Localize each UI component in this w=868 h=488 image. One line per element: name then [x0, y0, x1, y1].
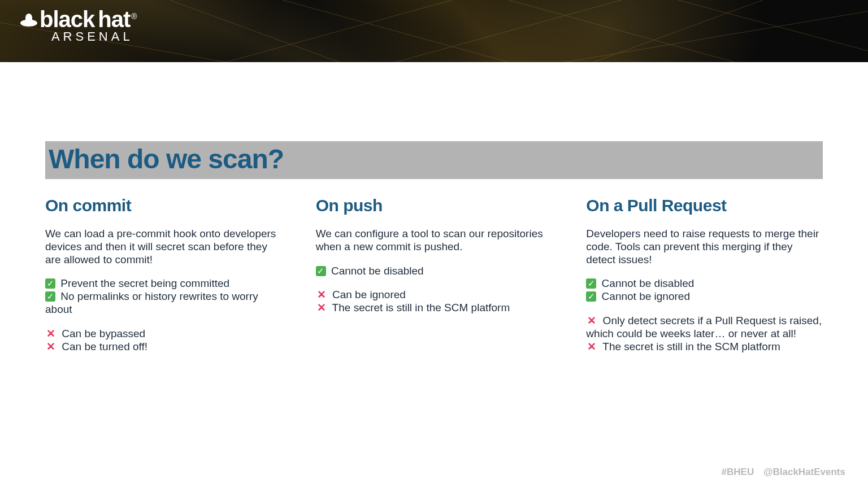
check-icon: ✓ — [316, 266, 326, 276]
pro-item: ✓ Cannot be ignored — [586, 290, 823, 303]
cons-group: ✕ Can be ignored✕ The secret is still in… — [316, 289, 553, 315]
registered-mark: ® — [131, 12, 136, 20]
pros-group: ✓ Prevent the secret being committed✓ No… — [45, 277, 282, 316]
slide-title: When do we scan? — [49, 143, 819, 175]
column-heading: On push — [316, 196, 553, 215]
cross-icon: ✕ — [45, 328, 57, 341]
logo-text-black: black — [40, 8, 94, 30]
cross-icon: ✕ — [45, 341, 57, 354]
pros-group: ✓ Cannot be disabled✓ Cannot be ignored — [586, 277, 823, 303]
pro-item: ✓ Cannot be disabled — [586, 277, 823, 290]
blackhat-logo: black hat ® ARSENAL — [19, 8, 137, 44]
logo-text-hat: hat — [98, 8, 130, 30]
check-icon: ✓ — [45, 291, 55, 302]
check-icon: ✓ — [586, 278, 596, 289]
footer-hashtag: #BHEU — [722, 467, 754, 477]
cons-group: ✕ Only detect secrets if a Pull Request … — [586, 315, 823, 353]
pros-group: ✓ Cannot be disabled — [316, 265, 553, 278]
hat-icon — [19, 12, 38, 28]
con-item: ✕ Only detect secrets if a Pull Request … — [586, 315, 823, 341]
con-item: ✕ Can be ignored — [316, 289, 553, 302]
cross-icon: ✕ — [586, 341, 597, 354]
column-heading: On a Pull Request — [586, 196, 823, 215]
slide-footer: #BHEU @BlackHatEvents — [722, 467, 845, 478]
column-0: On commitWe can load a pre-commit hook o… — [45, 196, 282, 364]
cross-icon: ✕ — [586, 315, 597, 328]
column-heading: On commit — [45, 196, 282, 215]
slide-title-bar: When do we scan? — [45, 141, 823, 179]
footer-handle: @BlackHatEvents — [763, 467, 845, 477]
logo-subtitle: ARSENAL — [19, 29, 133, 44]
cons-group: ✕ Can be bypassed✕ Can be turned off! — [45, 328, 282, 354]
cross-icon: ✕ — [316, 302, 327, 315]
column-2: On a Pull RequestDevelopers need to rais… — [586, 196, 823, 364]
slide-header: black hat ® ARSENAL — [0, 0, 868, 62]
con-item: ✕ Can be turned off! — [45, 341, 282, 354]
con-item: ✕ Can be bypassed — [45, 328, 282, 341]
cross-icon: ✕ — [316, 289, 327, 302]
column-intro: We can load a pre-commit hook onto devel… — [45, 228, 282, 266]
content-columns: On commitWe can load a pre-commit hook o… — [45, 196, 823, 364]
column-1: On pushWe can configure a tool to scan o… — [316, 196, 553, 364]
column-intro: Developers need to raise requests to mer… — [586, 228, 823, 266]
pro-item: ✓ No permalinks or history rewrites to w… — [45, 290, 282, 316]
con-item: ✕ The secret is still in the SCM platfor… — [316, 302, 553, 315]
pro-item: ✓ Cannot be disabled — [316, 265, 553, 278]
pro-item: ✓ Prevent the secret being committed — [45, 277, 282, 290]
column-intro: We can configure a tool to scan our repo… — [316, 228, 553, 254]
check-icon: ✓ — [45, 278, 55, 289]
check-icon: ✓ — [586, 291, 596, 302]
con-item: ✕ The secret is still in the SCM platfor… — [586, 341, 823, 354]
